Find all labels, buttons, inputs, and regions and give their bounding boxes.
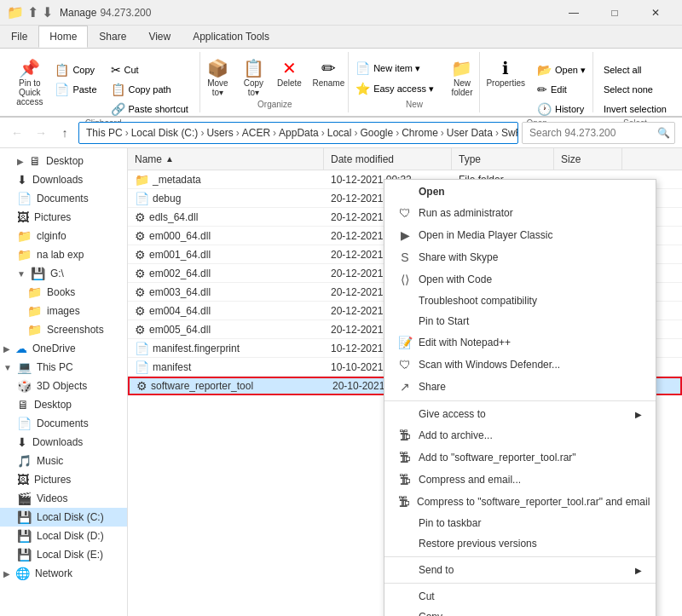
sidebar-item-downloads2[interactable]: ⬇ Downloads <box>0 433 127 452</box>
sidebar-item-network[interactable]: ▶ 🌐 Network <box>0 564 127 583</box>
path-thispc[interactable]: This PC <box>86 127 123 139</box>
copy-to-button[interactable]: 📋 Copyto▾ <box>236 57 270 100</box>
invert-selection-button[interactable]: Invert selection <box>598 100 673 118</box>
window-controls[interactable]: — □ ✕ <box>554 0 675 26</box>
path-local[interactable]: Local <box>327 127 352 139</box>
ribbon-tab-apptools[interactable]: Application Tools <box>182 26 280 48</box>
sidebar-item-books[interactable]: 📁 Books <box>0 283 127 302</box>
ribbon-tab-share[interactable]: Share <box>88 26 137 48</box>
ribbon-tab-file[interactable]: File <box>0 26 38 48</box>
sidebar-item-pictures[interactable]: 🖼 Pictures <box>0 208 127 227</box>
context-menu-item-cut[interactable]: Cut <box>384 586 656 607</box>
context-menu-item-send-to[interactable]: Send to ▶ <box>384 560 656 580</box>
new-folder-button[interactable]: 📁 Newfolder <box>445 57 479 100</box>
path-appdata[interactable]: AppData <box>279 127 319 139</box>
sidebar-item-pictures2[interactable]: 🖼 Pictures <box>0 470 127 489</box>
col-header-name[interactable]: Name ▲ <box>128 148 324 170</box>
sidebar-item-images[interactable]: 📁 images <box>0 302 127 320</box>
path-users[interactable]: Users <box>206 127 233 139</box>
sidebar-item-music[interactable]: 🎵 Music <box>0 452 127 470</box>
context-menu-item-restore[interactable]: Restore previous versions <box>384 533 656 554</box>
context-menu-item-defender[interactable]: 🛡 Scan with Windows Defender... <box>384 354 656 376</box>
pin-button[interactable]: 📌 Pin to Quickaccess <box>12 57 47 109</box>
context-menu-item-copy[interactable]: Copy <box>384 607 656 616</box>
sidebar-item-gdrive[interactable]: ▼ 💾 G:\ <box>0 264 127 283</box>
minimize-button[interactable]: — <box>554 0 593 26</box>
context-menu-item-compress-rar-email[interactable]: 🗜 Compress to "software_reporter_tool.ra… <box>384 491 656 513</box>
sidebar-item-nalab[interactable]: 📁 na lab exp <box>0 245 127 264</box>
expand-icon: ▶ <box>17 157 24 166</box>
context-menu-separator <box>384 556 656 557</box>
copy-button[interactable]: 📋 Copy <box>49 60 102 79</box>
sidebar-item-onedrive[interactable]: ▶ ☁ OneDrive <box>0 339 127 358</box>
sidebar-item-documents2[interactable]: 📄 Documents <box>0 414 127 433</box>
sidebar-item-screenshots[interactable]: 📁 Screenshots <box>0 320 127 339</box>
sidebar-item-downloads[interactable]: ⬇ Downloads <box>0 170 127 189</box>
col-header-type[interactable]: Type <box>452 148 554 170</box>
sidebar-item-clginfo[interactable]: 📁 clginfo <box>0 227 127 245</box>
context-menu-item-notepadpp[interactable]: 📝 Edit with Notepad++ <box>384 331 656 354</box>
sidebar-item-3dobjects[interactable]: 🎲 3D Objects <box>0 377 127 395</box>
context-menu-item-pin-taskbar[interactable]: Pin to taskbar <box>384 513 656 533</box>
new-item-button[interactable]: 📄 New item ▾ <box>350 59 440 78</box>
screenshots-icon: 📁 <box>27 323 42 337</box>
context-menu-item-share-skype[interactable]: S Share with Skype <box>384 246 656 268</box>
path-swreporter[interactable]: SwReporter <box>501 127 518 139</box>
ribbon-tab-view[interactable]: View <box>137 26 182 48</box>
cut-button[interactable]: ✂ Cut <box>105 60 194 79</box>
sidebar-item-locald[interactable]: 💾 Local Disk (D:) <box>0 527 127 545</box>
delete-button[interactable]: ✕ Delete <box>272 57 306 90</box>
col-header-date[interactable]: Date modified <box>324 148 452 170</box>
select-none-button[interactable]: Select none <box>598 80 673 99</box>
select-all-button[interactable]: Select all <box>598 60 673 79</box>
context-menu-item-add-rar[interactable]: 🗜 Add to "software_reporter_tool.rar" <box>384 446 656 469</box>
context-menu-item-add-archive[interactable]: 🗜 Add to archive... <box>384 424 656 446</box>
maximize-button[interactable]: □ <box>595 0 634 26</box>
open-button[interactable]: 📂 Open ▾ <box>531 60 592 79</box>
sidebar-item-thispc[interactable]: ▼ 💻 This PC <box>0 358 127 377</box>
sidebar-item-documents[interactable]: 📄 Documents <box>0 189 127 208</box>
context-menu-item-open[interactable]: Open <box>384 181 656 202</box>
sidebar-label-gdrive: G:\ <box>50 268 64 279</box>
address-path[interactable]: This PC › Local Disk (C:) › Users › ACER… <box>78 122 518 144</box>
sidebar-item-localc[interactable]: 💾 Local Disk (C:) <box>0 508 127 527</box>
sidebar-label-downloads: Downloads <box>32 174 83 186</box>
context-menu-separator <box>384 400 656 401</box>
up-button[interactable]: ↑ <box>55 123 75 143</box>
edit-button[interactable]: ✏ Edit <box>531 80 592 99</box>
sidebar-item-videos[interactable]: 🎬 Videos <box>0 489 127 508</box>
delete-label: Delete <box>277 78 302 88</box>
context-menu-item-pin-start[interactable]: Pin to Start <box>384 311 656 331</box>
forward-button[interactable]: → <box>31 123 51 143</box>
music-icon: 🎵 <box>17 454 32 468</box>
back-button[interactable]: ← <box>7 123 27 143</box>
path-chrome[interactable]: Chrome <box>402 127 438 139</box>
col-header-size[interactable]: Size <box>554 148 622 170</box>
paste-button[interactable]: 📄 Paste <box>49 80 102 99</box>
paste-shortcut-button[interactable]: 🔗 Paste shortcut <box>105 100 194 118</box>
path-userdata[interactable]: User Data <box>447 127 493 139</box>
path-localc[interactable]: Local Disk (C:) <box>131 127 199 139</box>
sidebar-item-desktop[interactable]: ▶ 🖥 Desktop <box>0 152 127 170</box>
context-menu-item-share[interactable]: ↗ Share <box>384 376 656 398</box>
properties-button[interactable]: ℹ Properties <box>482 57 529 90</box>
context-menu-item-troubleshoot[interactable]: Troubleshoot compatibility <box>384 291 656 311</box>
context-menu-item-compress-email[interactable]: 🗜 Compress and email... <box>384 469 656 491</box>
search-input[interactable] <box>522 122 675 144</box>
sidebar-item-locale[interactable]: 💾 Local Disk (E:) <box>0 545 127 564</box>
easy-access-button[interactable]: ⭐ Easy access ▾ <box>350 79 440 98</box>
rename-button[interactable]: ✏ Rename <box>308 57 349 90</box>
context-menu-item-run-admin[interactable]: 🛡 Run as administrator <box>384 202 656 224</box>
ctx-submenu-arrow: ▶ <box>635 410 642 419</box>
path-acer[interactable]: ACER <box>242 127 270 139</box>
ribbon-tab-home[interactable]: Home <box>38 26 88 48</box>
close-button[interactable]: ✕ <box>636 0 675 26</box>
path-google[interactable]: Google <box>360 127 393 139</box>
copy-path-button[interactable]: 📋 Copy path <box>105 80 194 99</box>
context-menu-item-open-media[interactable]: ▶ Open in Media Player Classic <box>384 224 656 246</box>
context-menu-item-open-code[interactable]: ⟨⟩ Open with Code <box>384 268 656 291</box>
history-button[interactable]: 🕐 History <box>531 100 592 118</box>
context-menu-item-give-access[interactable]: Give access to ▶ <box>384 404 656 424</box>
move-to-button[interactable]: 📦 Moveto▾ <box>200 57 234 100</box>
sidebar-item-desktop2[interactable]: 🖥 Desktop <box>0 395 127 414</box>
